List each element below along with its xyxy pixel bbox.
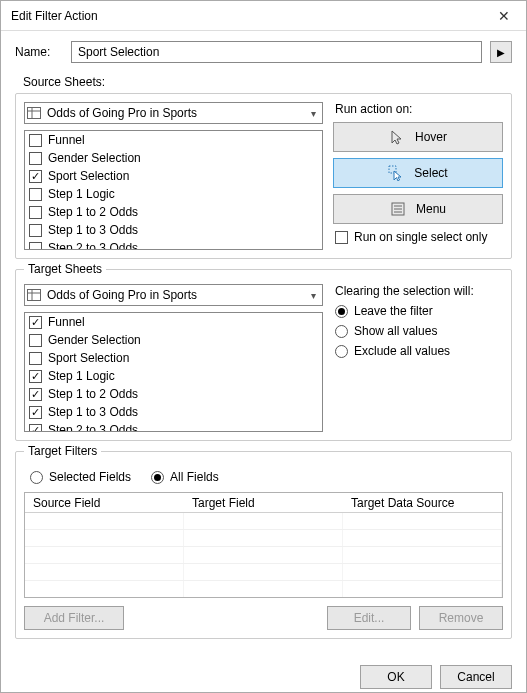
sheet-label: Sport Selection [48, 351, 129, 365]
add-filter-button[interactable]: Add Filter... [24, 606, 124, 630]
sheet-label: Funnel [48, 315, 85, 329]
remove-filter-button[interactable]: Remove [419, 606, 503, 630]
leave-filter-radio-row[interactable]: Leave the filter [335, 304, 503, 318]
grid-row[interactable] [25, 564, 502, 581]
close-icon: ✕ [498, 8, 510, 24]
sheet-label: Step 1 to 3 Odds [48, 223, 138, 237]
cancel-button[interactable]: Cancel [440, 665, 512, 689]
single-select-checkbox[interactable] [335, 231, 348, 244]
sheet-label: Step 1 to 2 Odds [48, 387, 138, 401]
action-name-input[interactable] [71, 41, 482, 63]
grid-row[interactable] [25, 530, 502, 547]
target-workbook-text: Odds of Going Pro in Sports [43, 288, 304, 302]
grid-row[interactable] [25, 547, 502, 564]
sheet-checkbox[interactable] [29, 424, 42, 433]
source-sheets-list[interactable]: FunnelGender SelectionSport SelectionSte… [24, 130, 323, 250]
list-item[interactable]: Step 1 Logic [25, 367, 322, 385]
exclude-all-radio[interactable] [335, 345, 348, 358]
run-on-select-button[interactable]: Select [333, 158, 503, 188]
sheet-checkbox[interactable] [29, 388, 42, 401]
svg-rect-0 [28, 108, 41, 119]
selected-fields-label: Selected Fields [49, 470, 131, 484]
titlebar: Edit Filter Action ✕ [1, 1, 526, 31]
all-fields-radio-row[interactable]: All Fields [151, 470, 219, 484]
run-on-menu-button[interactable]: Menu [333, 194, 503, 224]
col-target-datasource[interactable]: Target Data Source [343, 493, 502, 512]
list-item[interactable]: Sport Selection [25, 349, 322, 367]
sheet-label: Step 1 to 3 Odds [48, 405, 138, 419]
list-item[interactable]: Funnel [25, 131, 322, 149]
list-item[interactable]: Funnel [25, 313, 322, 331]
selected-fields-radio-row[interactable]: Selected Fields [30, 470, 131, 484]
target-sheets-panel: Target Sheets Odds of Going Pro in Sport… [15, 269, 512, 441]
clearing-label: Clearing the selection will: [335, 284, 503, 298]
single-select-row[interactable]: Run on single select only [333, 230, 503, 244]
target-workbook-combo[interactable]: Odds of Going Pro in Sports ▾ [24, 284, 323, 306]
sheet-checkbox[interactable] [29, 134, 42, 147]
filters-grid[interactable]: Source Field Target Field Target Data So… [24, 492, 503, 598]
sheet-checkbox[interactable] [29, 206, 42, 219]
list-item[interactable]: Sport Selection [25, 167, 322, 185]
insert-variable-button[interactable]: ▶ [490, 41, 512, 63]
list-item[interactable]: Step 2 to 3 Odds [25, 239, 322, 250]
col-target-field[interactable]: Target Field [184, 493, 343, 512]
chevron-down-icon: ▾ [304, 108, 322, 119]
menu-label: Menu [416, 202, 446, 216]
workbook-icon [25, 289, 43, 301]
source-workbook-combo[interactable]: Odds of Going Pro in Sports ▾ [24, 102, 323, 124]
edit-filter-button[interactable]: Edit... [327, 606, 411, 630]
sheet-checkbox[interactable] [29, 170, 42, 183]
sheet-label: Step 2 to 3 Odds [48, 423, 138, 432]
list-item[interactable]: Step 2 to 3 Odds [25, 421, 322, 432]
sheet-checkbox[interactable] [29, 316, 42, 329]
exclude-all-radio-row[interactable]: Exclude all values [335, 344, 503, 358]
window-title: Edit Filter Action [11, 9, 481, 23]
chevron-down-icon: ▾ [304, 290, 322, 301]
all-fields-radio[interactable] [151, 471, 164, 484]
close-button[interactable]: ✕ [481, 1, 526, 30]
source-sheets-panel: Odds of Going Pro in Sports ▾ FunnelGend… [15, 93, 512, 259]
sheet-label: Step 1 to 2 Odds [48, 205, 138, 219]
list-item[interactable]: Gender Selection [25, 149, 322, 167]
sheet-checkbox[interactable] [29, 406, 42, 419]
sheet-label: Gender Selection [48, 333, 141, 347]
list-item[interactable]: Step 1 to 3 Odds [25, 221, 322, 239]
show-all-radio-row[interactable]: Show all values [335, 324, 503, 338]
selected-fields-radio[interactable] [30, 471, 43, 484]
list-item[interactable]: Step 1 to 2 Odds [25, 203, 322, 221]
source-sheets-label: Source Sheets: [23, 75, 512, 89]
sheet-checkbox[interactable] [29, 152, 42, 165]
sheet-checkbox[interactable] [29, 224, 42, 237]
source-workbook-text: Odds of Going Pro in Sports [43, 106, 304, 120]
ok-button[interactable]: OK [360, 665, 432, 689]
sheet-checkbox[interactable] [29, 370, 42, 383]
leave-filter-radio[interactable] [335, 305, 348, 318]
list-item[interactable]: Gender Selection [25, 331, 322, 349]
show-all-label: Show all values [354, 324, 437, 338]
chevron-right-icon: ▶ [497, 47, 505, 58]
menu-icon [390, 202, 406, 216]
sheet-checkbox[interactable] [29, 334, 42, 347]
col-source-field[interactable]: Source Field [25, 493, 184, 512]
sheet-checkbox[interactable] [29, 188, 42, 201]
grid-row[interactable] [25, 581, 502, 597]
hover-label: Hover [415, 130, 447, 144]
sheet-checkbox[interactable] [29, 352, 42, 365]
grid-header: Source Field Target Field Target Data So… [25, 493, 502, 513]
hover-icon [389, 129, 405, 145]
target-sheets-list[interactable]: FunnelGender SelectionSport SelectionSte… [24, 312, 323, 432]
list-item[interactable]: Step 1 to 3 Odds [25, 403, 322, 421]
show-all-radio[interactable] [335, 325, 348, 338]
sheet-label: Step 1 Logic [48, 187, 115, 201]
run-on-hover-button[interactable]: Hover [333, 122, 503, 152]
exclude-all-label: Exclude all values [354, 344, 450, 358]
list-item[interactable]: Step 1 to 2 Odds [25, 385, 322, 403]
name-label: Name: [15, 45, 63, 59]
grid-row[interactable] [25, 513, 502, 530]
sheet-checkbox[interactable] [29, 242, 42, 251]
list-item[interactable]: Step 1 Logic [25, 185, 322, 203]
grid-body [25, 513, 502, 597]
select-label: Select [414, 166, 447, 180]
svg-rect-8 [28, 290, 41, 301]
sheet-label: Funnel [48, 133, 85, 147]
